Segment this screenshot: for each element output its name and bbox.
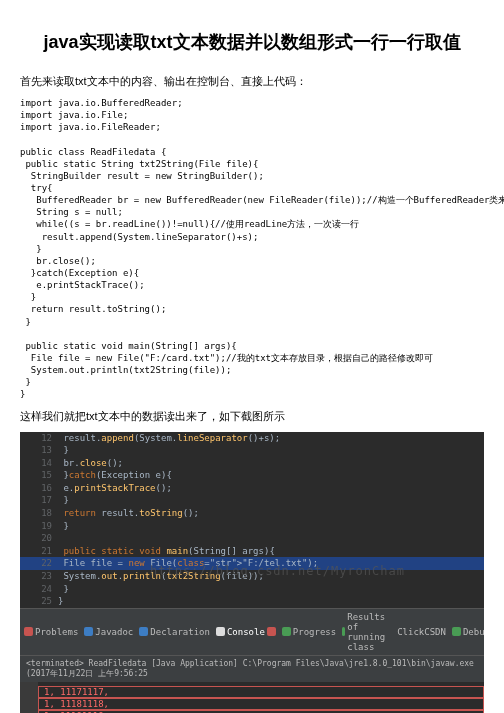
terminal-status: <terminated> ReadFiledata [Java Applicat… <box>20 655 484 682</box>
console-output: 1, 11171117,1, 11181118,1, 11191119,1, 1… <box>20 682 484 713</box>
progress-icon <box>282 627 291 636</box>
tab-results[interactable]: Results of running class <box>342 612 391 652</box>
tab-debug[interactable]: Debu <box>452 627 484 637</box>
editor-line: 19 } <box>20 520 484 533</box>
close-icon[interactable] <box>267 627 276 636</box>
javadoc-icon <box>84 627 93 636</box>
tab-problems[interactable]: Problems <box>24 627 78 637</box>
tab-console[interactable]: Console <box>216 627 276 637</box>
code-block-1: import java.io.BufferedReader; import ja… <box>20 97 484 401</box>
debug-icon <box>452 627 461 636</box>
ide-toolbar: Problems Javadoc Declaration Console Pro… <box>20 608 484 655</box>
tab-declaration[interactable]: Declaration <box>139 627 210 637</box>
editor-line: 13 } <box>20 444 484 457</box>
editor-line: 12 result.append(System.lineSeparator()+… <box>20 432 484 445</box>
tab-clickcsdn[interactable]: ClickCSDN <box>397 627 446 637</box>
editor-line: 25} <box>20 595 484 608</box>
console-icon <box>216 627 225 636</box>
results-icon <box>342 627 345 636</box>
problems-icon <box>24 627 33 636</box>
page-title: java实现读取txt文本数据并以数组形式一行一行取值 <box>20 30 484 54</box>
editor-line: 24 } <box>20 583 484 596</box>
intro-1: 首先来读取txt文本中的内容、输出在控制台、直接上代码： <box>20 74 484 89</box>
tab-javadoc[interactable]: Javadoc <box>84 627 133 637</box>
declaration-icon <box>139 627 148 636</box>
output-line: 1, 11181118, <box>38 698 484 710</box>
editor-line: 21 public static void main(String[] args… <box>20 545 484 558</box>
tab-progress[interactable]: Progress <box>282 627 336 637</box>
editor-line: 16 e.printStackTrace(); <box>20 482 484 495</box>
editor-line: 14 br.close(); <box>20 457 484 470</box>
output-line: 1, 11171117, <box>38 686 484 698</box>
editor-line: 18 return result.toString(); <box>20 507 484 520</box>
watermark-text: https://blog.csdn.net/MyronCham <box>150 564 405 578</box>
editor-line: 20 <box>20 532 484 545</box>
intro-2: 这样我们就把txt文本中的数据读出来了，如下截图所示 <box>20 409 484 424</box>
editor-line: 17 } <box>20 494 484 507</box>
editor-line: 15 }catch(Exception e){ <box>20 469 484 482</box>
ide-editor: 12 result.append(System.lineSeparator()+… <box>20 432 484 713</box>
